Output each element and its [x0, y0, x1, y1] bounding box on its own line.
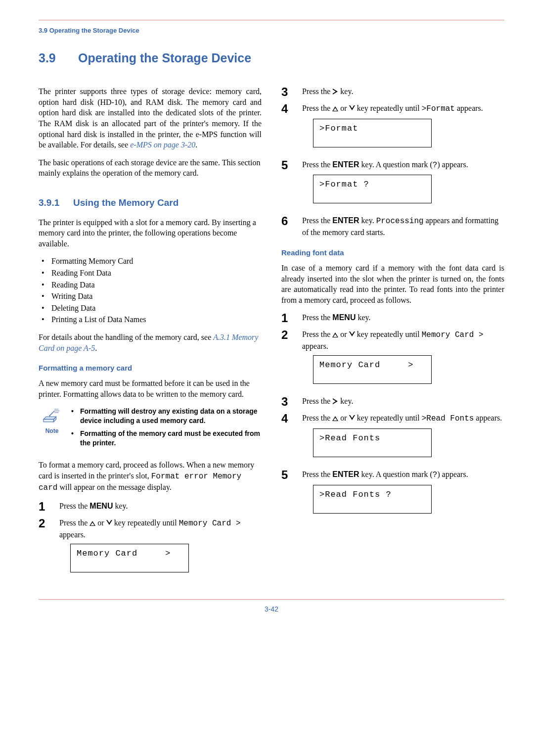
list-item: Formatting Memory Card	[39, 256, 262, 267]
step-body: Press the or key repeatedly until >Read …	[302, 413, 504, 464]
section-title: Operating the Storage Device	[78, 51, 251, 65]
step-6-right: 6 Press the ENTER key. Processing appear…	[281, 215, 504, 237]
lcd-display: Memory Card >	[70, 544, 189, 572]
operations-list: Formatting Memory Card Reading Font Data…	[39, 256, 262, 325]
step-number: 5	[281, 469, 293, 520]
list-item: Printing a List of Data Names	[39, 314, 262, 325]
enter-key: ENTER	[332, 216, 359, 225]
step-5-right: 5 Press the ENTER key. A question mark (…	[281, 159, 504, 211]
step-2-left: 2 Press the or key repeatedly until Memo…	[39, 518, 262, 579]
up-arrow-icon	[332, 415, 338, 421]
note-body: Formatting will destroy any existing dat…	[71, 407, 262, 452]
right-arrow-icon	[332, 398, 338, 404]
right-column: 3 Press the key. 4 Press the or key repe…	[281, 86, 504, 584]
step-number: 3	[281, 396, 293, 408]
step-1-left: 1 Press the MENU key.	[39, 501, 262, 513]
two-column-layout: The printer supports three types of stor…	[39, 86, 504, 584]
step-body: Press the or key repeatedly until Memory…	[302, 329, 504, 391]
reading-font-intro: In case of a memory card if a memory wit…	[281, 263, 504, 305]
step-body: Press the or key repeatedly until Memory…	[59, 518, 262, 579]
running-head: 3.9 Operating the Storage Device	[39, 26, 504, 35]
enter-key: ENTER	[332, 470, 359, 478]
step-number: 4	[281, 413, 293, 464]
step-number: 1	[39, 501, 50, 513]
up-arrow-icon	[332, 331, 338, 337]
enter-key: ENTER	[332, 160, 359, 169]
format-preamble: To format a memory card, proceed as foll…	[39, 460, 262, 494]
lcd-display: >Format ?	[313, 175, 432, 203]
step-body: Press the MENU key.	[302, 312, 504, 324]
step-number: 1	[281, 312, 293, 324]
down-arrow-icon	[349, 331, 355, 337]
lcd-display: Memory Card >	[313, 355, 432, 384]
formatting-heading: Formatting a memory card	[39, 363, 262, 373]
step-body: Press the key.	[302, 396, 504, 408]
step-4-right: 4 Press the or key repeatedly until >For…	[281, 103, 504, 154]
svg-marker-1	[44, 419, 53, 422]
list-item: Reading Font Data	[39, 268, 262, 279]
lcd-display: >Format	[313, 119, 432, 147]
link-emps[interactable]: e-MPS on page 3-20	[130, 141, 195, 149]
step-number: 2	[281, 329, 293, 391]
note-icon-col: Note	[39, 407, 65, 452]
subsection-heading: 3.9.1Using the Memory Card	[39, 196, 262, 209]
note-label: Note	[45, 427, 59, 435]
step-number: 6	[281, 215, 293, 237]
step-body: Press the or key repeatedly until >Forma…	[302, 103, 504, 154]
down-arrow-icon	[349, 105, 355, 111]
read-step-3: 3 Press the key.	[281, 396, 504, 408]
down-arrow-icon	[106, 520, 112, 526]
read-step-5: 5 Press the ENTER key. A question mark (…	[281, 469, 504, 520]
formatting-intro: A new memory card must be formatted befo…	[39, 378, 262, 399]
right-arrow-icon	[332, 89, 338, 94]
list-item: Deleting Data	[39, 303, 262, 314]
step-number: 4	[281, 103, 293, 154]
bottom-rule	[39, 599, 504, 600]
reading-font-heading: Reading font data	[281, 248, 504, 258]
menu-key: MENU	[89, 502, 113, 510]
subsection-number: 3.9.1	[39, 196, 73, 209]
lcd-display: >Read Fonts ?	[313, 485, 432, 514]
read-step-2: 2 Press the or key repeatedly until Memo…	[281, 329, 504, 391]
note-item: Formatting of the memory card must be ex…	[71, 429, 262, 448]
lcd-display: >Read Fonts	[313, 428, 432, 457]
note-item: Formatting will destroy any existing dat…	[71, 407, 262, 425]
handling-ref: For details about the handling of the me…	[39, 332, 262, 353]
up-arrow-icon	[89, 520, 95, 526]
step-number: 3	[281, 86, 293, 98]
up-arrow-icon	[332, 105, 338, 111]
list-item: Writing Data	[39, 291, 262, 302]
section-heading: 3.9Operating the Storage Device	[39, 50, 504, 67]
step-body: Press the key.	[302, 86, 504, 98]
read-step-4: 4 Press the or key repeatedly until >Rea…	[281, 413, 504, 464]
top-rule	[39, 20, 504, 20]
section-number: 3.9	[39, 50, 78, 67]
intro-para-1: The printer supports three types of stor…	[39, 86, 262, 150]
page-number: 3-42	[39, 605, 504, 614]
step-number: 2	[39, 518, 50, 579]
read-step-1: 1 Press the MENU key.	[281, 312, 504, 324]
step-number: 5	[281, 159, 293, 211]
step-body: Press the ENTER key. A question mark (?)…	[302, 159, 504, 211]
step-body: Press the ENTER key. Processing appears …	[302, 215, 504, 237]
list-item: Reading Data	[39, 280, 262, 290]
note-icon	[42, 407, 62, 426]
intro-para-2: The basic operations of each storage dev…	[39, 157, 262, 179]
note-block: Note Formatting will destroy any existin…	[39, 407, 262, 452]
step-3-right: 3 Press the key.	[281, 86, 504, 98]
subsection-intro: The printer is equipped with a slot for …	[39, 217, 262, 249]
step-body: Press the ENTER key. A question mark (?)…	[302, 469, 504, 520]
left-column: The printer supports three types of stor…	[39, 86, 262, 584]
menu-key: MENU	[332, 313, 356, 322]
down-arrow-icon	[349, 415, 355, 421]
subsection-title: Using the Memory Card	[73, 197, 178, 208]
step-body: Press the MENU key.	[59, 501, 262, 513]
